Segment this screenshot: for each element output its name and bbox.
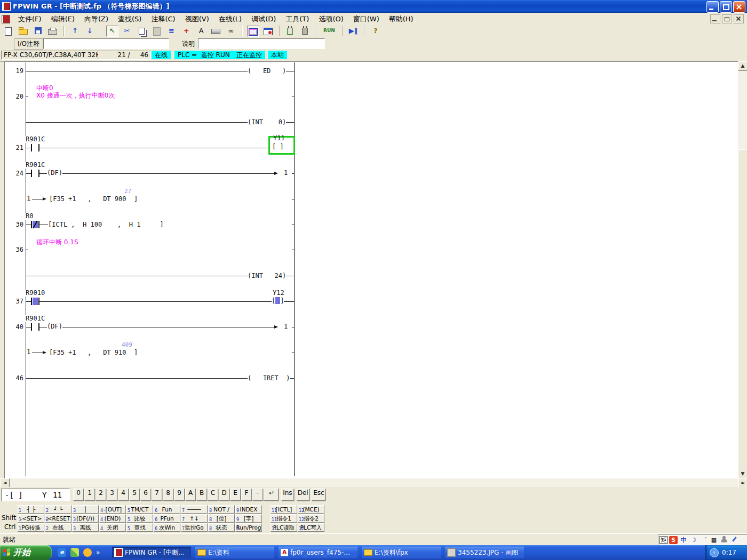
task-paint[interactable]: 3455223.JPG - 画图 bbox=[445, 547, 524, 558]
keypad-key[interactable]: 2 bbox=[96, 489, 106, 501]
keypad-key[interactable]: 0 bbox=[73, 489, 84, 501]
new-file-icon[interactable] bbox=[2, 26, 14, 37]
settings-wrench-icon[interactable] bbox=[730, 536, 738, 544]
function-key-ctrl[interactable]: 9Run/Prog bbox=[235, 523, 262, 532]
menu-item[interactable]: 文件(F) bbox=[13, 13, 46, 26]
function-key-ctrl[interactable]: 3离线 bbox=[72, 523, 99, 532]
fullwidth-icon[interactable]: ☽ bbox=[689, 536, 698, 544]
child-minimize-button[interactable] bbox=[710, 14, 720, 23]
keypad-key[interactable]: - bbox=[252, 489, 263, 501]
ie-icon[interactable]: e bbox=[58, 548, 66, 557]
monitor-icon[interactable] bbox=[247, 26, 259, 37]
keypad-key[interactable]: A bbox=[185, 489, 196, 501]
task-folder-ziliao[interactable]: E:\资料 bbox=[195, 547, 274, 558]
function-key-shift[interactable]: 7↑↓ bbox=[181, 514, 208, 523]
function-key[interactable]: 4-[OUT] bbox=[99, 505, 126, 514]
chinese-mode-icon[interactable]: 中 bbox=[679, 536, 688, 544]
function-key-shift[interactable]: 5比较 bbox=[126, 514, 153, 523]
cut-icon[interactable]: ✂ bbox=[121, 26, 133, 37]
function-key-ctrl[interactable]: 6次Win bbox=[154, 523, 180, 532]
insert-key[interactable]: Ins bbox=[281, 489, 294, 501]
function-key-ctrl[interactable]: 12PLC写入 bbox=[298, 523, 324, 532]
restore-button[interactable] bbox=[720, 1, 732, 13]
scroll-down-arrow[interactable]: ▼ bbox=[738, 469, 747, 479]
function-key-ctrl[interactable]: 7监控Go bbox=[181, 523, 208, 532]
function-key-shift[interactable]: 3(DF(/)) bbox=[72, 514, 99, 523]
keypad-key[interactable]: 7 bbox=[152, 489, 162, 501]
text-comment-icon[interactable]: A bbox=[195, 26, 208, 37]
function-key[interactable]: 5TM/CT bbox=[126, 505, 153, 514]
function-key-ctrl[interactable]: 8状态 bbox=[208, 523, 235, 532]
enter-key[interactable]: ↵ bbox=[265, 489, 279, 501]
device-monitor-icon[interactable] bbox=[262, 26, 274, 37]
function-key-ctrl[interactable]: 4关闭 bbox=[99, 523, 126, 532]
function-key-shift[interactable]: 6PFun bbox=[154, 514, 180, 523]
keypad-key[interactable]: 6 bbox=[140, 489, 151, 501]
menu-item[interactable]: 向导(Z) bbox=[80, 13, 113, 26]
function-key-shift[interactable]: 4(END) bbox=[99, 514, 126, 523]
task-fpwin[interactable]: FPWIN GR - [中断... bbox=[112, 547, 191, 558]
function-key-shift[interactable]: 9[字] bbox=[235, 514, 262, 523]
keypad-key[interactable]: 4 bbox=[118, 489, 129, 501]
user-icon[interactable] bbox=[720, 536, 728, 544]
menu-item[interactable]: 帮助(H) bbox=[384, 13, 418, 26]
function-key[interactable]: 7──── bbox=[181, 505, 208, 514]
keypad-key[interactable]: D bbox=[219, 489, 229, 501]
task-pdf[interactable]: A fp0r_users_f475-... bbox=[279, 547, 357, 558]
function-key-shift[interactable]: 2-<RESET> bbox=[45, 514, 71, 523]
menu-item[interactable]: 调试(D) bbox=[247, 13, 281, 26]
minimize-button[interactable] bbox=[706, 1, 719, 13]
function-key[interactable]: 1┤ ├ bbox=[18, 505, 44, 514]
function-key-shift[interactable]: 12指令2 bbox=[298, 514, 324, 523]
find-icon[interactable]: ∞ bbox=[225, 26, 237, 37]
keypad-key[interactable]: 1 bbox=[84, 489, 95, 501]
function-key[interactable]: 3│ bbox=[72, 505, 99, 514]
function-key-shift[interactable]: 8[位] bbox=[208, 514, 235, 523]
save-icon[interactable] bbox=[32, 26, 44, 37]
function-key[interactable]: 6Fun bbox=[154, 505, 180, 514]
menu-item[interactable]: 窗口(W) bbox=[348, 13, 384, 26]
download-icon[interactable]: ↓ bbox=[84, 26, 96, 37]
copy-icon[interactable] bbox=[136, 26, 148, 37]
menu-item[interactable]: 视图(V) bbox=[180, 13, 214, 26]
ladder-editor[interactable] bbox=[4, 61, 738, 479]
sogou-icon[interactable]: S bbox=[669, 536, 678, 544]
keypad-key[interactable]: B bbox=[196, 489, 207, 501]
offline-plug-icon[interactable] bbox=[299, 26, 311, 37]
quick-launch-chevron[interactable]: » bbox=[96, 549, 100, 556]
keypad-key[interactable]: 3 bbox=[107, 489, 117, 501]
function-key[interactable]: 12(MCE) bbox=[298, 505, 324, 514]
function-key-ctrl[interactable]: 5查找 bbox=[126, 523, 153, 532]
start-button[interactable]: 开始 bbox=[0, 545, 52, 560]
menu-item[interactable]: 在线(L) bbox=[214, 13, 247, 26]
function-key-ctrl[interactable]: 11PLC读取 bbox=[271, 523, 297, 532]
keypad-key[interactable]: 9 bbox=[174, 489, 185, 501]
keypad-key[interactable]: 8 bbox=[163, 489, 173, 501]
quick-launch-icon[interactable] bbox=[70, 548, 79, 557]
child-restore-button[interactable] bbox=[722, 14, 732, 23]
online-plug-icon[interactable] bbox=[284, 26, 296, 37]
function-key-ctrl[interactable]: 2在线 bbox=[45, 523, 71, 532]
upload-icon[interactable]: ↑ bbox=[69, 26, 81, 37]
menu-item[interactable]: 编辑(E) bbox=[46, 13, 80, 26]
open-folder-icon[interactable] bbox=[17, 26, 29, 37]
menu-item[interactable]: 查找(S) bbox=[113, 13, 146, 26]
function-key[interactable]: 11[ICTL] bbox=[271, 505, 297, 514]
interline-icon[interactable] bbox=[210, 26, 222, 37]
escape-key[interactable]: Esc bbox=[312, 489, 325, 501]
keypad-key[interactable]: F bbox=[241, 489, 252, 501]
description-input[interactable] bbox=[198, 38, 325, 49]
function-key[interactable]: 9INDEX bbox=[235, 505, 262, 514]
io-comment-input[interactable] bbox=[43, 38, 169, 49]
ime-shape-icon[interactable]: 矩 bbox=[659, 536, 667, 544]
print-icon[interactable] bbox=[46, 26, 59, 37]
function-key[interactable]: 8NOT / bbox=[208, 505, 235, 514]
keypad-key[interactable]: 5 bbox=[129, 489, 140, 501]
function-key[interactable]: 2┘ └ bbox=[45, 505, 71, 514]
vertical-scroll-thumb[interactable] bbox=[738, 149, 747, 469]
child-close-button[interactable] bbox=[734, 14, 744, 23]
delete-key[interactable]: Del bbox=[297, 489, 309, 501]
io-comment-icon[interactable]: ≡ bbox=[165, 26, 178, 37]
soft-keyboard-icon[interactable]: ▦ bbox=[710, 536, 718, 544]
keypad-key[interactable]: E bbox=[230, 489, 241, 501]
